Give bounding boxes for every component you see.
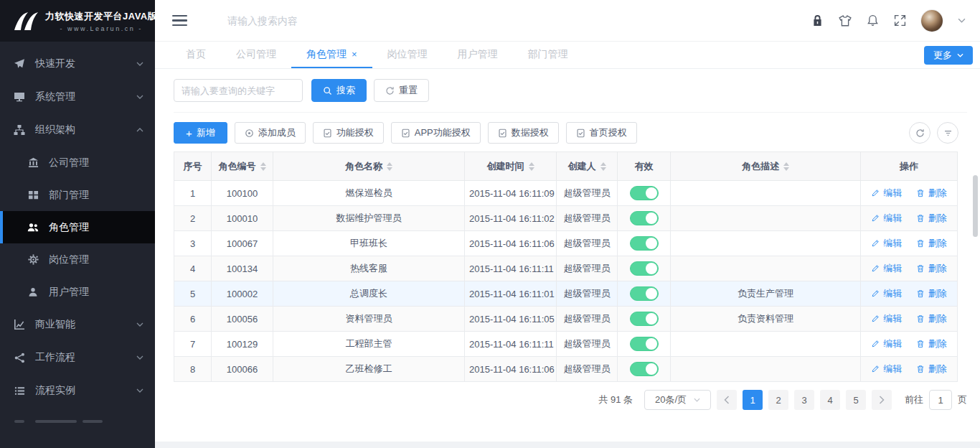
col-role-name[interactable]: 角色名称 — [273, 152, 465, 181]
tab-user-mgmt[interactable]: 用户管理 — [443, 42, 513, 68]
enabled-toggle[interactable] — [630, 286, 659, 301]
enabled-toggle[interactable] — [630, 261, 659, 276]
table-row[interactable]: 2 100010 数据维护管理员 2015-11-04 16:11:02 超级管… — [174, 206, 958, 231]
sidebar-item-process-instance[interactable]: 流程实例 — [0, 374, 155, 407]
tab-home[interactable]: 首页 — [171, 42, 221, 68]
table-row[interactable]: 7 100129 工程部主管 2015-11-04 16:11:11 超级管理员… — [174, 332, 958, 357]
close-icon[interactable]: × — [352, 50, 357, 59]
tab-role-mgmt[interactable]: 角色管理× — [291, 42, 372, 68]
tab-department-mgmt[interactable]: 部门管理 — [513, 42, 583, 68]
table-row[interactable]: 3 100067 甲班班长 2015-11-04 16:11:06 超级管理员 … — [174, 231, 958, 256]
pagination: 共 91 条 20条/页 1 2 3 4 5 前往 页 — [174, 390, 967, 410]
enabled-toggle[interactable] — [630, 186, 659, 200]
delete-link[interactable]: 删除 — [916, 237, 947, 250]
edit-link[interactable]: 编辑 — [871, 262, 902, 275]
sidebar-item-company-mgmt[interactable]: 公司管理 — [0, 146, 155, 179]
menu-toggle-icon[interactable] — [172, 15, 187, 27]
enabled-toggle[interactable] — [630, 236, 659, 251]
table-row[interactable]: 1 100100 燃保巡检员 2015-11-04 16:11:09 超级管理员… — [174, 181, 958, 206]
app-function-auth-button[interactable]: APP功能授权 — [391, 122, 481, 144]
sidebar-item-department-mgmt[interactable]: 部门管理 — [0, 179, 155, 211]
edit-link[interactable]: 编辑 — [871, 187, 902, 200]
chevron-down-icon[interactable] — [958, 18, 966, 23]
brand-title: 力软快速开发平台JAVA版 — [45, 10, 155, 23]
col-role-code[interactable]: 角色编号 — [212, 152, 273, 181]
edit-link[interactable]: 编辑 — [871, 237, 902, 250]
bell-icon[interactable] — [867, 14, 879, 27]
delete-link[interactable]: 删除 — [916, 337, 947, 350]
page-button-4[interactable]: 4 — [820, 390, 840, 410]
table-row[interactable]: 4 100134 热线客服 2015-11-04 16:11:11 超级管理员 … — [174, 256, 958, 281]
search-button[interactable]: 搜索 — [311, 79, 367, 102]
table-row-selected[interactable]: 5 100002 总调度长 2015-11-04 16:11:01 超级管理员 … — [174, 281, 958, 307]
sort-carets-icon[interactable] — [783, 162, 789, 171]
enabled-toggle[interactable] — [630, 312, 659, 326]
delete-link[interactable]: 删除 — [916, 363, 947, 375]
home-auth-button[interactable]: 首页授权 — [566, 122, 637, 144]
edit-link[interactable]: 编辑 — [871, 312, 902, 325]
tab-company-mgmt[interactable]: 公司管理 — [221, 42, 291, 68]
data-auth-button[interactable]: 数据授权 — [488, 122, 559, 144]
global-search-input[interactable] — [227, 15, 464, 27]
lock-icon[interactable] — [811, 14, 824, 27]
chevron-down-icon — [136, 388, 143, 393]
sort-carets-icon[interactable] — [529, 162, 534, 171]
more-tabs-button[interactable]: 更多 — [924, 46, 973, 65]
sidebar-item-workflow[interactable]: 工作流程 — [0, 341, 155, 374]
refresh-button[interactable] — [909, 122, 930, 144]
shirt-icon[interactable] — [839, 14, 852, 27]
enabled-toggle[interactable] — [630, 362, 659, 376]
top-bar — [155, 0, 980, 42]
col-created-time[interactable]: 创建时间 — [465, 152, 557, 181]
sort-carets-icon[interactable] — [387, 162, 392, 171]
enabled-toggle[interactable] — [630, 211, 659, 225]
page-button-1[interactable]: 1 — [743, 390, 763, 410]
edit-link[interactable]: 编辑 — [871, 212, 902, 225]
delete-link[interactable]: 删除 — [916, 312, 947, 325]
page-size-select[interactable]: 20条/页 — [644, 390, 711, 410]
goto-page-input[interactable] — [929, 390, 952, 410]
fullscreen-icon[interactable] — [894, 14, 906, 27]
sort-carets-icon[interactable] — [260, 162, 266, 171]
tab-post-mgmt[interactable]: 岗位管理 — [372, 42, 443, 68]
delete-link[interactable]: 删除 — [916, 212, 947, 225]
sort-carets-icon[interactable] — [600, 162, 606, 171]
bank-icon — [27, 157, 39, 169]
col-creator[interactable]: 创建人 — [557, 152, 618, 181]
page-button-3[interactable]: 3 — [794, 390, 814, 410]
table-row[interactable]: 6 100056 资料管理员 2015-11-04 16:11:05 超级管理员… — [174, 307, 958, 332]
col-role-desc[interactable]: 角色描述 — [671, 152, 861, 181]
plus-icon: + — [186, 128, 192, 139]
sidebar-item-system-mgmt[interactable]: 系统管理 — [0, 80, 155, 113]
add-member-button[interactable]: 添加成员 — [235, 122, 306, 144]
edit-link[interactable]: 编辑 — [871, 363, 902, 375]
prev-page-button[interactable] — [717, 390, 737, 410]
avatar[interactable] — [921, 10, 943, 32]
sidebar-item-partial[interactable] — [0, 407, 155, 436]
add-button[interactable]: + 新增 — [174, 122, 227, 144]
function-auth-button[interactable]: 功能授权 — [313, 122, 384, 144]
brand-subtitle: - www.Learun.cn - — [45, 25, 155, 32]
column-filter-button[interactable] — [937, 122, 958, 144]
table-header-row: 序号 角色编号 角色名称 创建时间 创建人 有效 角色描述 操作 — [174, 152, 958, 181]
delete-link[interactable]: 删除 — [916, 187, 947, 200]
reset-button[interactable]: 重置 — [374, 79, 429, 102]
sidebar-item-rapid-dev[interactable]: 快速开发 — [0, 47, 155, 80]
keyword-input[interactable] — [174, 79, 303, 102]
enabled-toggle[interactable] — [630, 337, 659, 351]
delete-link[interactable]: 删除 — [916, 262, 947, 275]
delete-link[interactable]: 删除 — [916, 287, 947, 300]
sidebar-item-business-intel[interactable]: 商业智能 — [0, 308, 155, 341]
sidebar-item-org-structure[interactable]: 组织架构 — [0, 113, 155, 146]
table-scrollbar[interactable] — [973, 175, 978, 237]
edit-link[interactable]: 编辑 — [871, 287, 902, 300]
page-button-2[interactable]: 2 — [768, 390, 788, 410]
table-row[interactable]: 8 100066 乙班检修工 2015-11-04 16:11:06 超级管理员… — [174, 357, 958, 382]
sidebar-item-user-mgmt[interactable]: 用户管理 — [0, 276, 155, 308]
sidebar-item-role-mgmt[interactable]: 角色管理 — [0, 211, 155, 243]
roles-table: 序号 角色编号 角色名称 创建时间 创建人 有效 角色描述 操作 1 — [174, 151, 967, 383]
page-button-5[interactable]: 5 — [846, 390, 866, 410]
next-page-button[interactable] — [872, 390, 892, 410]
edit-link[interactable]: 编辑 — [871, 337, 902, 350]
sidebar-item-post-mgmt[interactable]: 岗位管理 — [0, 243, 155, 276]
